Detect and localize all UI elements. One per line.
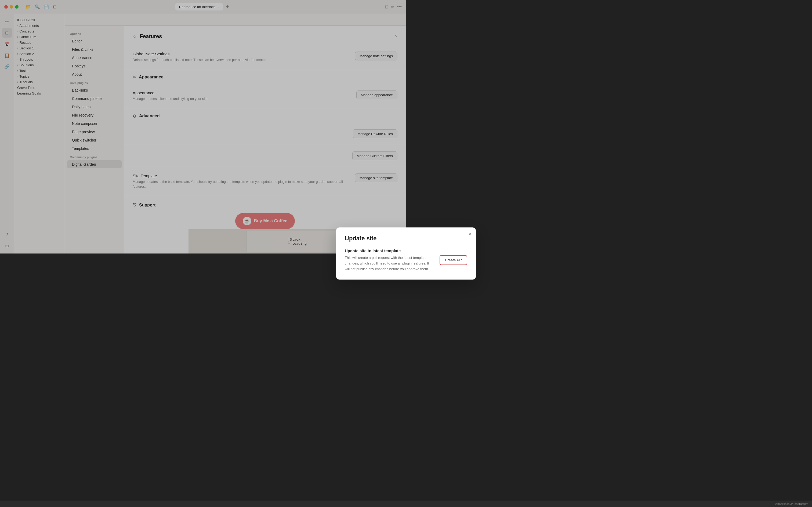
update-site-modal: × Update site Update site to latest temp… [336,227,406,253]
modal-overlay[interactable]: × Update site Update site to latest temp… [0,0,406,253]
modal-section-info: Update site to latest template This will… [345,248,406,253]
modal-section: Update site to latest template This will… [345,248,406,253]
modal-section-title: Update site to latest template [345,248,406,253]
modal-title: Update site [345,235,406,242]
